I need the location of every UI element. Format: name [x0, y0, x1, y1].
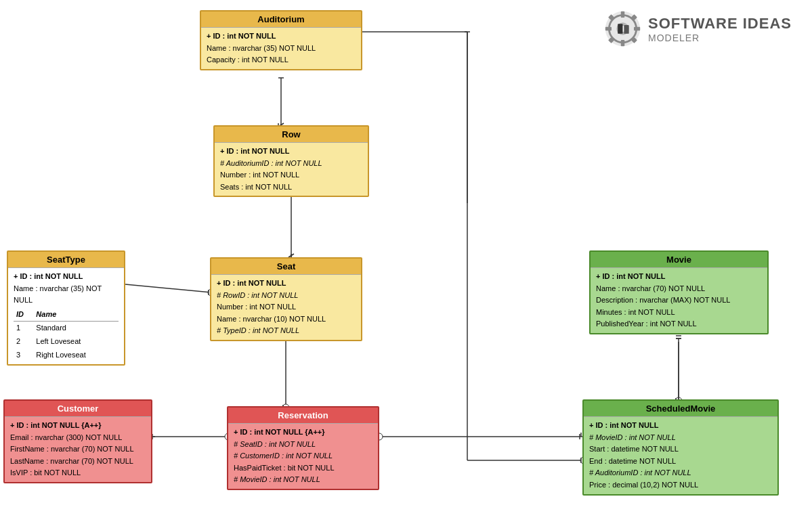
scheduledmovie-field-5: Price : decimal (10,2) NOT NULL: [589, 479, 772, 491]
entity-seat: Seat + ID : int NOT NULL # RowID : int N…: [210, 257, 362, 341]
entity-row-body: + ID : int NOT NULL # AuditoriumID : int…: [215, 143, 368, 196]
entity-auditorium-header: Auditorium: [201, 12, 361, 28]
logo-icon: [604, 10, 641, 47]
seattype-col-id: ID: [14, 308, 33, 322]
seattype-col-name: Name: [33, 308, 119, 322]
svg-rect-45: [621, 12, 625, 18]
seattype-field-1: Name : nvarchar (35) NOT NULL: [14, 283, 119, 307]
entity-movie: Movie + ID : int NOT NULL Name : nvarcha…: [589, 250, 769, 334]
customer-field-0: + ID : int NOT NULL {A++}: [10, 420, 146, 432]
entity-customer-body: + ID : int NOT NULL {A++} Email : nvarch…: [5, 417, 151, 482]
svg-rect-48: [634, 27, 640, 31]
seattype-field-0: + ID : int NOT NULL: [14, 271, 119, 283]
entity-auditorium-body: + ID : int NOT NULL Name : nvarchar (35)…: [201, 28, 361, 69]
logo-text: SOFTWARE IDEAS MODELER: [648, 15, 792, 43]
entity-seat-body: + ID : int NOT NULL # RowID : int NOT NU…: [211, 275, 361, 340]
svg-line-6: [125, 284, 211, 292]
customer-field-1: Email : nvarchar (300) NOT NULL: [10, 432, 146, 444]
entity-customer-header: Customer: [5, 401, 151, 417]
scheduledmovie-field-4: # AuditoriumID : int NOT NULL: [589, 467, 772, 479]
seattype-r3-id: 3: [14, 349, 33, 362]
logo-text-bottom: MODELER: [648, 32, 792, 43]
row-field-3: Seats : int NOT NULL: [220, 181, 362, 194]
movie-field-0: + ID : int NOT NULL: [596, 271, 762, 283]
entity-movie-body: + ID : int NOT NULL Name : nvarchar (70)…: [591, 268, 767, 333]
reservation-field-2: # CustomerID : int NOT NULL: [234, 450, 372, 462]
seat-field-1: # RowID : int NOT NULL: [217, 290, 356, 302]
seat-field-4: # TypeID : int NOT NULL: [217, 325, 356, 337]
seattype-row-2: 2 Left Loveseat: [14, 335, 119, 349]
entity-movie-header: Movie: [591, 252, 767, 268]
scheduledmovie-field-0: + ID : int NOT NULL: [589, 420, 772, 432]
seattype-row-1: 1 Standard: [14, 322, 119, 335]
logo: SOFTWARE IDEAS MODELER: [604, 10, 792, 47]
movie-field-2: Description : nvarchar (MAX) NOT NULL: [596, 294, 762, 307]
scheduledmovie-field-3: End : datetime NOT NULL: [589, 456, 772, 468]
entity-auditorium: Auditorium + ID : int NOT NULL Name : nv…: [200, 10, 362, 70]
svg-rect-47: [605, 27, 612, 31]
entity-reservation-header: Reservation: [228, 408, 378, 424]
seat-field-3: Name : nvarchar (10) NOT NULL: [217, 313, 356, 326]
seattype-r2-id: 2: [14, 335, 33, 349]
seattype-row-3: 3 Right Loveseat: [14, 349, 119, 362]
seattype-r1-id: 1: [14, 322, 33, 335]
scheduledmovie-field-1: # MovieID : int NOT NULL: [589, 432, 772, 444]
row-field-0: + ID : int NOT NULL: [220, 146, 362, 158]
svg-rect-46: [621, 40, 625, 46]
movie-field-1: Name : nvarchar (70) NOT NULL: [596, 283, 762, 295]
row-field-2: Number : int NOT NULL: [220, 169, 362, 181]
reservation-field-1: # SeatID : int NOT NULL: [234, 439, 372, 451]
entity-seattype-body: + ID : int NOT NULL Name : nvarchar (35)…: [8, 268, 124, 364]
customer-field-4: IsVIP : bit NOT NULL: [10, 467, 146, 479]
movie-field-4: PublishedYear : int NOT NULL: [596, 318, 762, 330]
entity-scheduledmovie: ScheduledMovie + ID : int NOT NULL # Mov…: [582, 399, 779, 496]
entity-row: Row + ID : int NOT NULL # AuditoriumID :…: [213, 125, 369, 197]
customer-field-2: FirstName : nvarchar (70) NOT NULL: [10, 443, 146, 456]
scheduledmovie-field-2: Start : datetime NOT NULL: [589, 443, 772, 456]
entity-scheduledmovie-header: ScheduledMovie: [584, 401, 777, 417]
seattype-r2-name: Left Loveseat: [33, 335, 119, 349]
entity-customer: Customer + ID : int NOT NULL {A++} Email…: [3, 399, 152, 483]
entity-reservation: Reservation + ID : int NOT NULL {A++} # …: [227, 406, 379, 490]
entity-seattype-header: SeatType: [8, 252, 124, 268]
reservation-field-0: + ID : int NOT NULL {A++}: [234, 426, 372, 439]
entity-reservation-body: + ID : int NOT NULL {A++} # SeatID : int…: [228, 424, 378, 489]
customer-field-3: LastName : nvarchar (70) NOT NULL: [10, 456, 146, 468]
entity-scheduledmovie-body: + ID : int NOT NULL # MovieID : int NOT …: [584, 417, 777, 494]
auditorium-field-2: Capacity : int NOT NULL: [207, 54, 356, 66]
svg-rect-56: [624, 25, 628, 34]
logo-text-top: SOFTWARE IDEAS: [648, 15, 792, 32]
auditorium-field-1: Name : nvarchar (35) NOT NULL: [207, 43, 356, 55]
row-field-1: # AuditoriumID : int NOT NULL: [220, 158, 362, 170]
seattype-r1-name: Standard: [33, 322, 119, 335]
entity-seattype: SeatType + ID : int NOT NULL Name : nvar…: [7, 250, 125, 366]
seattype-table: ID Name 1 Standard 2 Left Loveseat 3: [14, 308, 119, 361]
auditorium-field-0: + ID : int NOT NULL: [207, 30, 356, 43]
svg-rect-55: [618, 24, 622, 34]
reservation-field-4: # MovieID : int NOT NULL: [234, 474, 372, 486]
movie-field-3: Minutes : int NOT NULL: [596, 307, 762, 319]
entity-seat-header: Seat: [211, 259, 361, 275]
seattype-r3-name: Right Loveseat: [33, 349, 119, 362]
reservation-field-3: HasPaidTicket : bit NOT NULL: [234, 462, 372, 475]
seat-field-2: Number : int NOT NULL: [217, 301, 356, 313]
entity-row-header: Row: [215, 127, 368, 143]
seat-field-0: + ID : int NOT NULL: [217, 278, 356, 290]
diagram-container: Auditorium + ID : int NOT NULL Name : nv…: [0, 0, 812, 526]
